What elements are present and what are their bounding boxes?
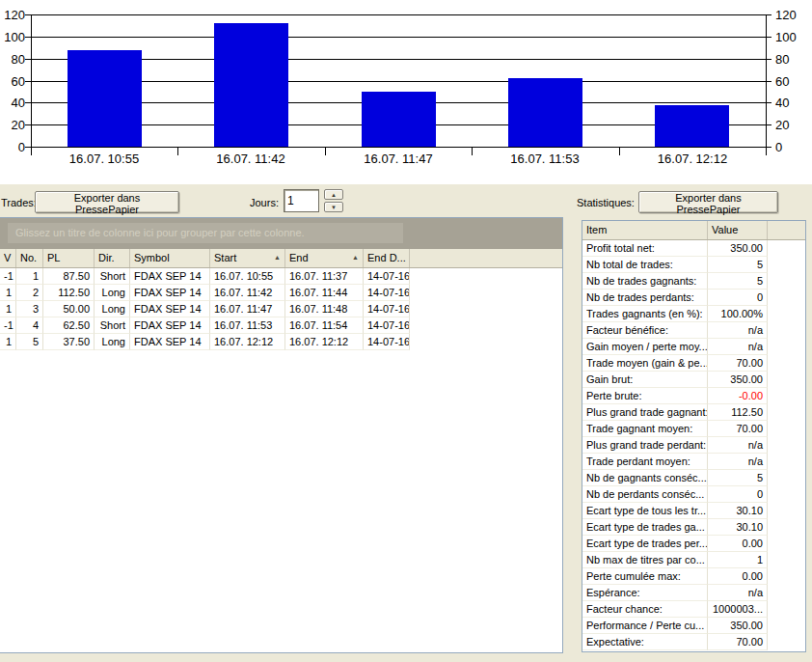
y-axis-label-left: 20 bbox=[0, 119, 25, 131]
trade-cell-v: 1 bbox=[0, 334, 16, 350]
trade-cell-end_d: 14-07-16 bbox=[364, 285, 410, 301]
stat-item-cell: Espérance: bbox=[582, 585, 708, 601]
trade-cell-start: 16.07. 11:53 bbox=[210, 317, 285, 334]
stat-row: Nb de trades perdants:0 bbox=[582, 290, 805, 306]
column-header-end_d[interactable]: End D... bbox=[364, 249, 410, 267]
y-axis-label-left: 100 bbox=[0, 31, 25, 43]
column-header-end[interactable]: End▲ bbox=[285, 249, 364, 267]
stat-row: Gain brut:350.00 bbox=[582, 372, 805, 388]
stats-rows: Profit total net:350.00Nb total de trade… bbox=[582, 240, 805, 650]
y-axis-label-left: 60 bbox=[0, 75, 25, 88]
stat-value-cell: n/a bbox=[708, 339, 768, 355]
pl-bar bbox=[68, 50, 142, 147]
stats-header-item: Item bbox=[582, 221, 708, 239]
y-axis-label-right: 60 bbox=[775, 75, 789, 88]
stat-item-cell: Ecart type de trades per... bbox=[582, 536, 708, 552]
y-axis-line-left bbox=[31, 14, 32, 155]
stat-row: Trade gagnant moyen:70.00 bbox=[582, 421, 805, 437]
stat-value-cell: 30.10 bbox=[708, 519, 768, 536]
chart-gridline bbox=[25, 147, 771, 148]
stat-value-cell: 350.00 bbox=[708, 618, 768, 634]
stat-item-cell: Plus grand trade perdant: bbox=[582, 437, 708, 454]
trade-cell-pl: 50.00 bbox=[43, 301, 95, 317]
stat-item-cell: Nb max de titres par co... bbox=[582, 552, 708, 568]
stats-header-value: Value bbox=[708, 221, 768, 239]
x-axis-label: 16.07. 10:55 bbox=[31, 152, 177, 166]
stat-value-cell: 0 bbox=[708, 290, 768, 306]
x-axis-label: 16.07. 11:47 bbox=[325, 152, 472, 166]
jours-spin-down-button[interactable]: ▼ bbox=[324, 202, 343, 212]
stat-value-cell: 5 bbox=[708, 273, 768, 290]
jours-spin-up-button[interactable]: ▲ bbox=[324, 189, 343, 200]
trade-row[interactable]: 1537.50LongFDAX SEP 1416.07. 12:1216.07.… bbox=[0, 334, 562, 350]
stat-value-cell: 0.00 bbox=[708, 568, 768, 585]
trade-cell-end_d: 14-07-16 bbox=[364, 268, 410, 285]
column-header-pl[interactable]: PL bbox=[43, 249, 95, 267]
stat-item-cell: Trades gagnants (en %): bbox=[582, 306, 708, 322]
y-axis-label-right: 80 bbox=[775, 53, 789, 66]
chart-gridline bbox=[25, 14, 771, 15]
y-axis-label-left: 120 bbox=[0, 9, 25, 21]
trade-cell-start: 16.07. 11:42 bbox=[210, 285, 285, 301]
stat-row: Ecart type de trades ga...30.10 bbox=[582, 519, 805, 536]
trade-row[interactable]: 1350.00LongFDAX SEP 1416.07. 11:4716.07.… bbox=[0, 301, 562, 317]
stat-value-cell: 0 bbox=[708, 486, 768, 503]
trade-row[interactable]: -1462.50ShortFDAX SEP 1416.07. 11:5316.0… bbox=[0, 317, 562, 334]
trade-cell-no: 3 bbox=[16, 301, 43, 317]
trade-cell-v: -1 bbox=[0, 268, 16, 285]
trade-cell-end_d: 14-07-16 bbox=[364, 317, 410, 334]
stat-item-cell: Nb de gagnants conséc... bbox=[582, 470, 708, 486]
stats-header-row: ItemValue bbox=[582, 221, 805, 240]
trade-cell-end: 16.07. 11:54 bbox=[285, 317, 364, 334]
column-header-symbol[interactable]: Symbol bbox=[130, 249, 210, 267]
stat-row: Perte cumulée max:0.00 bbox=[582, 568, 805, 585]
stat-value-cell: -0.00 bbox=[708, 388, 768, 404]
stat-item-cell: Ecart type de trades ga... bbox=[582, 519, 708, 536]
stat-item-cell: Perte brute: bbox=[582, 388, 708, 404]
stat-row: Nb max de titres par co...1 bbox=[582, 552, 805, 568]
stat-item-cell: Trade moyen (gain & pe... bbox=[582, 355, 708, 372]
trade-cell-end: 16.07. 11:44 bbox=[285, 285, 364, 301]
trade-row[interactable]: -1187.50ShortFDAX SEP 1416.07. 10:5516.0… bbox=[0, 268, 562, 285]
stat-item-cell: Nb de trades perdants: bbox=[582, 290, 708, 306]
trade-cell-pl: 112.50 bbox=[43, 285, 95, 301]
stat-item-cell: Perte cumulée max: bbox=[582, 568, 708, 585]
trade-cell-pl: 87.50 bbox=[43, 268, 95, 285]
export-trades-button[interactable]: Exporter dans PressePapier bbox=[35, 191, 179, 213]
trade-cell-v: 1 bbox=[0, 301, 16, 317]
export-stats-button[interactable]: Exporter dans PressePapier bbox=[638, 191, 778, 213]
stat-row: Ecart type de tous les tr...30.10 bbox=[582, 503, 805, 519]
statistics-label: Statistiques: bbox=[577, 196, 635, 209]
stat-row: Plus grand trade perdant:n/a bbox=[582, 437, 805, 454]
stat-value-cell: 350.00 bbox=[708, 240, 768, 257]
column-header-v[interactable]: V bbox=[0, 249, 16, 267]
jours-input[interactable] bbox=[284, 189, 319, 212]
trade-row[interactable]: 12112.50LongFDAX SEP 1416.07. 11:4216.07… bbox=[0, 285, 562, 301]
stat-row: Nb de gagnants conséc...5 bbox=[582, 470, 805, 486]
sort-asc-icon: ▲ bbox=[352, 254, 359, 261]
stat-value-cell: n/a bbox=[708, 437, 768, 454]
stat-item-cell: Nb de trades gagnants: bbox=[582, 273, 708, 290]
stat-item-cell: Trade gagnant moyen: bbox=[582, 421, 708, 437]
column-header-start[interactable]: Start▲ bbox=[210, 249, 285, 267]
arrow-up-icon: ▲ bbox=[331, 192, 337, 198]
trade-cell-symbol: FDAX SEP 14 bbox=[130, 268, 210, 285]
trade-cell-no: 1 bbox=[16, 268, 43, 285]
trades-label: Trades: bbox=[1, 196, 37, 209]
x-axis-label: 16.07. 11:53 bbox=[472, 152, 618, 166]
column-header-dir[interactable]: Dir. bbox=[95, 249, 130, 267]
y-axis-label-right: 120 bbox=[775, 9, 797, 21]
y-axis-label-left: 40 bbox=[0, 97, 25, 109]
trade-cell-v: 1 bbox=[0, 285, 16, 301]
column-header-no[interactable]: No. bbox=[16, 249, 43, 267]
y-axis-line-right bbox=[766, 14, 767, 155]
trade-cell-dir: Short bbox=[95, 317, 130, 334]
stat-value-cell: 100.00% bbox=[708, 306, 768, 322]
stat-item-cell: Facteur chance: bbox=[582, 601, 708, 618]
stat-row: Espérance:n/a bbox=[582, 585, 805, 601]
stat-row: Nb de trades gagnants:5 bbox=[582, 273, 805, 290]
trade-cell-end_d: 14-07-16 bbox=[364, 301, 410, 317]
stat-row: Profit total net:350.00 bbox=[582, 240, 805, 257]
trade-cell-end: 16.07. 11:37 bbox=[285, 268, 364, 285]
group-by-bar[interactable]: Glissez un titre de colonne ici pour gro… bbox=[0, 218, 562, 249]
